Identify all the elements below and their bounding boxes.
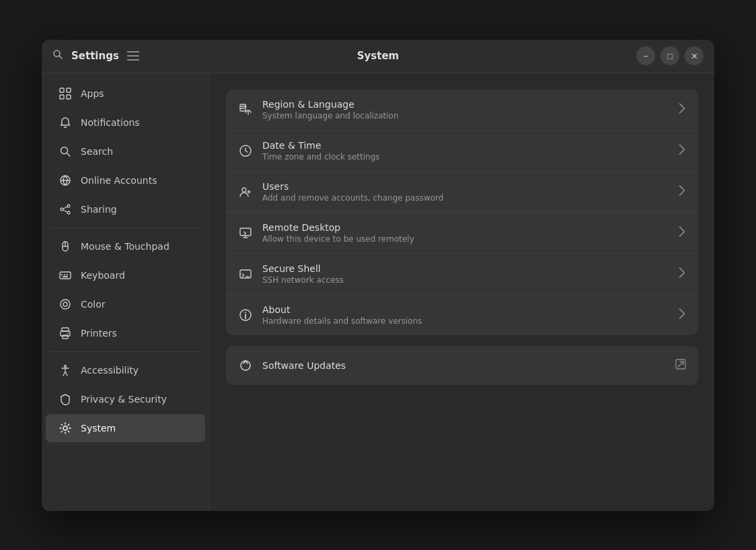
main-content-area: Apps Notifications Search Online Account… xyxy=(42,73,714,511)
svg-line-1 xyxy=(59,56,62,59)
region-language-arrow-icon xyxy=(678,103,686,116)
svg-line-16 xyxy=(63,210,67,212)
svg-rect-36 xyxy=(240,228,251,236)
sidebar-item-printers[interactable]: Printers xyxy=(46,319,205,347)
sidebar-separator xyxy=(50,228,201,228)
sidebar-item-apps[interactable]: Apps xyxy=(46,79,205,108)
sidebar-item-online-accounts[interactable]: Online Accounts xyxy=(46,166,205,195)
titlebar: Settings System − □ ✕ xyxy=(42,40,714,73)
region-language-subtitle: System language and localization xyxy=(262,111,669,121)
svg-point-31 xyxy=(65,365,67,367)
titlebar-menu-icon[interactable] xyxy=(127,49,139,63)
date-time-text: Date & TimeTime zone and clock settings xyxy=(262,140,669,162)
svg-point-13 xyxy=(61,208,63,211)
sidebar-item-keyboard[interactable]: Keyboard xyxy=(46,261,205,289)
remote-desktop-title: Remote Desktop xyxy=(262,222,669,233)
settings-item-about[interactable]: AboutHardware details and software versi… xyxy=(226,295,698,335)
software-updates-title: Software Updates xyxy=(262,360,666,371)
svg-rect-27 xyxy=(62,328,69,331)
date-time-title: Date & Time xyxy=(262,140,669,151)
svg-rect-21 xyxy=(61,274,63,275)
sidebar-item-system[interactable]: System xyxy=(46,414,205,442)
keyboard-icon xyxy=(59,269,71,281)
svg-point-35 xyxy=(242,188,246,192)
about-subtitle: Hardware details and software versions xyxy=(262,316,669,326)
sidebar-label-keyboard: Keyboard xyxy=(81,270,125,281)
sidebar-item-sharing[interactable]: Sharing xyxy=(46,195,205,224)
system-icon xyxy=(59,422,71,434)
svg-rect-24 xyxy=(63,276,68,277)
settings-item-region-language[interactable]: Region & LanguageSystem language and loc… xyxy=(226,90,698,131)
close-button[interactable]: ✕ xyxy=(685,46,704,65)
sidebar-label-accessibility: Accessibility xyxy=(81,365,139,376)
sidebar-item-accessibility[interactable]: Accessibility xyxy=(46,356,205,384)
about-title: About xyxy=(262,304,669,315)
sidebar-label-mouse-touchpad: Mouse & Touchpad xyxy=(81,241,169,252)
sidebar-item-privacy-security[interactable]: Privacy & Security xyxy=(46,385,205,413)
online-accounts-icon xyxy=(59,174,71,186)
svg-point-39 xyxy=(245,312,246,313)
sidebar-label-search: Search xyxy=(81,146,113,157)
titlebar-center-title: System xyxy=(357,50,399,62)
titlebar-left-title: Settings xyxy=(71,50,119,62)
sidebar-separator xyxy=(50,351,201,352)
svg-rect-23 xyxy=(67,274,68,275)
date-time-icon xyxy=(238,143,253,158)
svg-point-30 xyxy=(67,333,69,334)
settings-item-date-time[interactable]: Date & TimeTime zone and clock settings xyxy=(226,131,698,172)
region-language-icon xyxy=(238,102,253,117)
svg-line-15 xyxy=(63,207,67,209)
printers-icon xyxy=(59,327,71,339)
region-language-title: Region & Language xyxy=(262,99,669,110)
sidebar-label-sharing: Sharing xyxy=(81,204,117,215)
sidebar-item-notifications[interactable]: Notifications xyxy=(46,108,205,137)
settings-item-remote-desktop[interactable]: Remote DesktopAllow this device to be us… xyxy=(226,213,698,254)
svg-point-9 xyxy=(61,147,68,153)
svg-rect-5 xyxy=(60,88,64,92)
secure-shell-subtitle: SSH network access xyxy=(262,275,669,285)
remote-desktop-arrow-icon xyxy=(678,226,686,240)
remote-desktop-subtitle: Allow this device to be used remotely xyxy=(262,234,669,244)
secure-shell-arrow-icon xyxy=(678,267,686,281)
main-panel: Region & LanguageSystem language and loc… xyxy=(210,73,714,511)
svg-rect-33 xyxy=(240,104,245,111)
about-arrow-icon xyxy=(678,308,686,322)
settings-item-software-updates[interactable]: Software Updates xyxy=(226,346,698,385)
users-title: Users xyxy=(262,181,669,192)
mouse-touchpad-icon xyxy=(59,240,71,252)
sidebar-item-color[interactable]: Color xyxy=(46,290,205,318)
svg-rect-6 xyxy=(67,88,71,92)
sidebar-label-privacy-security: Privacy & Security xyxy=(81,394,167,405)
settings-group-2: Software Updates xyxy=(226,346,698,385)
date-time-arrow-icon xyxy=(678,144,686,158)
sidebar-label-system: System xyxy=(81,423,116,434)
about-icon xyxy=(238,308,253,322)
maximize-button[interactable]: □ xyxy=(660,46,679,65)
svg-point-25 xyxy=(61,300,70,309)
settings-group-1: Region & LanguageSystem language and loc… xyxy=(226,90,698,335)
sidebar-label-online-accounts: Online Accounts xyxy=(81,175,157,186)
remote-desktop-icon xyxy=(238,226,253,240)
svg-rect-22 xyxy=(64,274,65,275)
titlebar-search-icon[interactable] xyxy=(52,49,63,63)
svg-point-12 xyxy=(67,205,70,207)
titlebar-controls: − □ ✕ xyxy=(636,46,704,65)
users-arrow-icon xyxy=(678,185,686,199)
accessibility-icon xyxy=(59,364,71,376)
sidebar-label-apps: Apps xyxy=(81,88,104,99)
notifications-icon xyxy=(59,116,71,129)
date-time-subtitle: Time zone and clock settings xyxy=(262,152,669,162)
remote-desktop-text: Remote DesktopAllow this device to be us… xyxy=(262,222,669,244)
about-text: AboutHardware details and software versi… xyxy=(262,304,669,326)
sidebar-item-mouse-touchpad[interactable]: Mouse & Touchpad xyxy=(46,232,205,261)
sidebar-item-search[interactable]: Search xyxy=(46,137,205,166)
apps-icon xyxy=(59,88,71,100)
users-subtitle: Add and remove accounts, change password xyxy=(262,193,669,203)
settings-item-secure-shell[interactable]: Secure ShellSSH network access xyxy=(226,254,698,295)
settings-item-users[interactable]: UsersAdd and remove accounts, change pas… xyxy=(226,172,698,213)
secure-shell-text: Secure ShellSSH network access xyxy=(262,263,669,285)
minimize-button[interactable]: − xyxy=(636,46,655,65)
color-icon xyxy=(59,298,71,310)
svg-point-32 xyxy=(63,426,67,430)
svg-line-10 xyxy=(67,153,71,156)
